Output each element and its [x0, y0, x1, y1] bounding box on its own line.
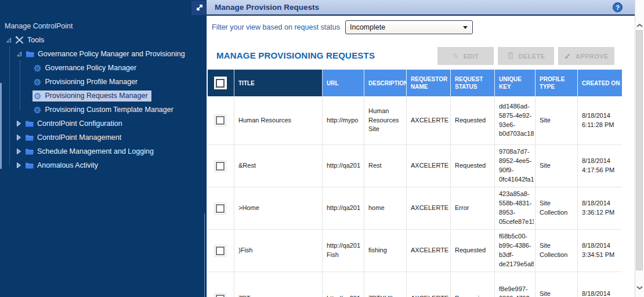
- cell-created-on: 8/18/2014 3:36:12 PM: [578, 187, 622, 229]
- checkbox-box: [216, 162, 225, 171]
- approve-button[interactable]: ✓ APPROVE: [558, 47, 614, 65]
- gear-icon: ⚙: [34, 92, 41, 100]
- cell-description: Rest: [364, 145, 407, 187]
- sidebar-item-governance-policy-manager[interactable]: ⚙Governance Policy Manager: [0, 61, 204, 75]
- column-header-url[interactable]: URL: [323, 70, 364, 96]
- folder-icon: [25, 162, 34, 169]
- cell-url: http://qa201 Fish: [323, 230, 364, 271]
- sidebar-item-tools[interactable]: Tools: [0, 33, 204, 47]
- sidebar-item-controlpoint-management[interactable]: ControlPoint Management: [0, 131, 204, 144]
- filter-row: Filter your view based on request status…: [212, 20, 473, 34]
- sidebar-item-provisioning-custom-template-manager[interactable]: ⚙Provisioning Custom Template Manager: [0, 103, 204, 117]
- cell-description: 7RTYUIh: [364, 272, 407, 297]
- cell-requestor: AXCELERTES: [407, 187, 451, 229]
- chevron-down-icon: [463, 26, 468, 29]
- collapse-arrow-icon[interactable]: [16, 162, 21, 169]
- select-all-header-cell: [208, 70, 234, 96]
- folder-icon: [25, 148, 34, 155]
- dropdown-selected-value: Incomplete: [350, 23, 385, 31]
- sidebar-item-governance-group[interactable]: Governance Policy Manager and Provisioni…: [0, 47, 204, 61]
- cell-unique-key: f68b5c00-b99c-4386-b3df-de2179e5a8c: [495, 230, 536, 271]
- cell-created-on: 8/18/2014 6:11:28 PM: [578, 96, 622, 144]
- sidebar-item-controlpoint-configuration[interactable]: ControlPoint Configuration: [0, 117, 204, 131]
- pencil-icon: ✎: [453, 52, 459, 60]
- sidebar-item-label: Governance Policy Manager: [45, 64, 136, 72]
- row-checkbox[interactable]: [214, 202, 226, 215]
- cell-unique-key: 423a85a8-558b-4831-8953-05cefe87e114: [495, 187, 536, 229]
- cell-title: Human Resources: [234, 96, 323, 144]
- table-header-row: TITLE URL DESCRIPTION REQUESTOR NAME REQ…: [208, 70, 622, 96]
- expand-arrow-icon[interactable]: [6, 37, 12, 43]
- column-header-profile-type[interactable]: PROFILE TYPE: [536, 70, 578, 96]
- row-select-cell: [208, 145, 234, 187]
- help-icon[interactable]: ?: [613, 2, 623, 12]
- popout-arrow-icon: [194, 3, 204, 13]
- sidebar-item-label: Provisioning Custom Template Manager: [45, 106, 173, 114]
- row-checkbox[interactable]: [214, 245, 226, 257]
- cell-requestor: AXCELERTES: [407, 272, 451, 297]
- row-select-cell: [208, 230, 234, 271]
- checkbox-box: [216, 204, 225, 213]
- request-status-dropdown[interactable]: Incomplete: [345, 20, 473, 34]
- cell-title: >Home: [234, 187, 323, 229]
- sidebar-item-label: ControlPoint Configuration: [37, 119, 122, 128]
- table-row[interactable]: )Fish http://qa201 Fish fishing AXCELERT…: [208, 230, 622, 272]
- column-header-title[interactable]: TITLE: [234, 70, 323, 96]
- cell-status: Requested: [451, 230, 495, 271]
- column-header-requestor-name[interactable]: REQUESTOR NAME: [407, 70, 451, 96]
- cell-status: Error: [451, 187, 495, 229]
- column-header-request-status[interactable]: REQUEST STATUS: [451, 70, 495, 96]
- row-select-cell: [208, 272, 234, 297]
- table-row[interactable]: 7RT http://qa201 7RTYUIh AXCELERTES Proc…: [208, 272, 622, 297]
- filter-label: Filter your view based on request status: [212, 23, 340, 31]
- cell-created-on: 8/18/2014 4:17:56 PM: [578, 145, 622, 187]
- cell-profile-type: Site: [536, 96, 578, 144]
- table-row[interactable]: >Home http://qa201 home AXCELERTES Error…: [208, 187, 622, 230]
- table-row[interactable]: Human Resources http://mypo Human Resour…: [208, 96, 622, 145]
- cell-title: &Rest: [234, 145, 323, 187]
- sidebar-item-label: Tools: [27, 36, 44, 44]
- edit-button[interactable]: ✎ EDIT: [437, 47, 494, 65]
- scroll-up-icon[interactable]: [636, 20, 643, 30]
- sidebar-item-schedule-management[interactable]: Schedule Management and Logging: [0, 144, 204, 158]
- sidebar-item-label: Governance Policy Manager and Provisioni…: [38, 50, 185, 58]
- action-buttons: ✎ EDIT DELETE ✓ APPROVE: [437, 47, 614, 65]
- cell-url: http://mypo: [323, 96, 364, 144]
- cell-title: 7RT: [234, 272, 323, 297]
- trash-icon: [507, 51, 514, 61]
- panel-titlebar: Manage Provision Requests: [207, 0, 635, 16]
- cell-requestor: AXCELERTES: [407, 230, 451, 271]
- folder-icon: [26, 50, 34, 57]
- checkbox-box: [216, 247, 225, 255]
- column-header-unique-key[interactable]: UNIQUE KEY: [495, 70, 536, 96]
- checkbox-box: [216, 295, 225, 297]
- table-row[interactable]: &Rest http://qa201 Rest AXCELERTES Reque…: [208, 145, 622, 187]
- select-all-checkbox[interactable]: [214, 77, 227, 89]
- cell-profile-type: Site Collection: [536, 187, 578, 229]
- collapse-arrow-icon[interactable]: [16, 134, 21, 141]
- checkbox-box: [216, 79, 225, 88]
- collapse-arrow-icon[interactable]: [16, 120, 21, 127]
- popout-button[interactable]: [191, 1, 206, 15]
- vertical-scrollbar[interactable]: [635, 0, 644, 297]
- cell-profile-type: Site: [536, 145, 578, 187]
- column-header-description[interactable]: DESCRIPTION: [364, 70, 407, 96]
- sidebar-item-provisioning-requests-manager[interactable]: ⚙Provisioning Requests Manager: [0, 89, 204, 103]
- collapse-arrow-icon[interactable]: [16, 148, 21, 155]
- expand-arrow-icon[interactable]: [16, 51, 22, 57]
- sidebar-item-anomalous-activity[interactable]: Anomalous Activity: [0, 158, 204, 172]
- row-checkbox[interactable]: [214, 160, 226, 172]
- panel-title: Manage Provision Requests: [215, 3, 319, 12]
- sidebar-item-provisioning-profile-manager[interactable]: ⚙Provisioning Profile Manager: [0, 75, 204, 89]
- app-root: Manage ControlPoint Tools: [0, 0, 644, 297]
- row-checkbox[interactable]: [214, 114, 226, 126]
- scrollbar-thumb[interactable]: [636, 30, 643, 270]
- cell-status: Processing: [451, 272, 495, 297]
- tools-icon: [15, 36, 24, 44]
- scroll-down-icon[interactable]: [636, 282, 643, 292]
- delete-button[interactable]: DELETE: [498, 47, 554, 65]
- approve-button-label: APPROVE: [576, 53, 609, 60]
- column-header-created-on[interactable]: CREATED ON: [578, 70, 622, 96]
- row-checkbox[interactable]: [214, 293, 226, 297]
- cell-url: http://qa201: [323, 145, 364, 187]
